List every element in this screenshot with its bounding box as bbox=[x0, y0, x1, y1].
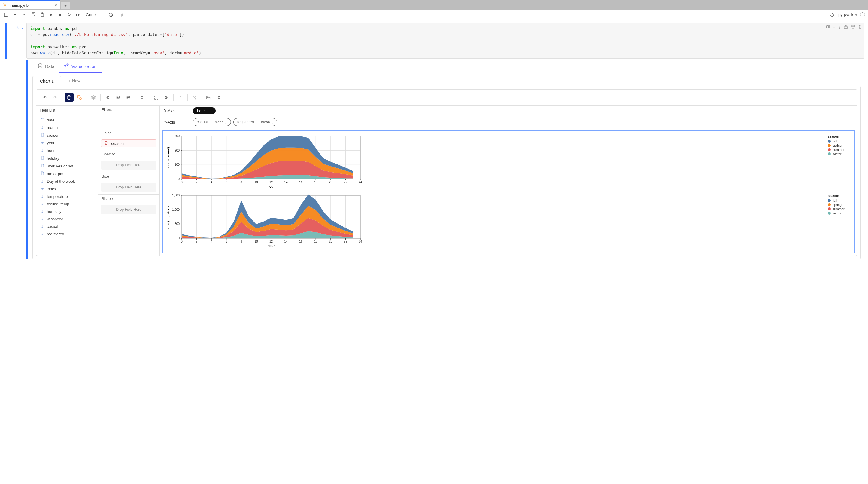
field-item-holiday[interactable]: holiday bbox=[36, 154, 98, 162]
transpose-icon[interactable]: ⟲ bbox=[103, 93, 112, 102]
move-up-icon[interactable]: ↑ bbox=[833, 24, 835, 30]
svg-text:14: 14 bbox=[284, 181, 288, 184]
hash-icon: # bbox=[40, 225, 44, 229]
axis-resize-icon[interactable] bbox=[137, 93, 147, 102]
legend-item-summer[interactable]: summer bbox=[828, 207, 852, 211]
svg-text:18: 18 bbox=[314, 181, 318, 184]
new-tab-button[interactable]: + bbox=[61, 1, 70, 9]
field-item-index[interactable]: #index bbox=[36, 185, 98, 193]
svg-text:22: 22 bbox=[344, 181, 347, 184]
svg-rect-2 bbox=[32, 13, 34, 16]
legend-item-fall[interactable]: fall bbox=[828, 140, 852, 143]
svg-text:0: 0 bbox=[178, 177, 180, 181]
shelf-color[interactable]: Color season bbox=[98, 129, 159, 150]
svg-rect-15 bbox=[207, 96, 211, 99]
shelf-shape[interactable]: Shape Drop Field Here bbox=[98, 195, 159, 217]
field-item-month[interactable]: #month bbox=[36, 124, 98, 132]
tab-data[interactable]: Data bbox=[33, 60, 59, 73]
aggregate-icon[interactable] bbox=[65, 93, 73, 102]
y-axis-shelf[interactable]: Y-Axis casual mean⌃⌄ registered mean⌃⌄ bbox=[160, 116, 857, 128]
tab-chart1[interactable]: Chart 1 bbox=[32, 76, 61, 86]
insert-above-icon[interactable] bbox=[844, 24, 848, 30]
legend-item-spring[interactable]: spring bbox=[828, 144, 852, 147]
field-item-humidity[interactable]: #humidity bbox=[36, 208, 98, 215]
save-icon[interactable] bbox=[3, 12, 9, 18]
undo-icon[interactable]: ↶ bbox=[40, 93, 49, 102]
field-item-registered[interactable]: #registered bbox=[36, 230, 98, 238]
hash-icon: # bbox=[40, 195, 44, 199]
field-item-hour[interactable]: #hour bbox=[36, 147, 98, 154]
stop-icon[interactable]: ■ bbox=[57, 12, 63, 18]
close-icon[interactable]: × bbox=[55, 3, 57, 7]
copy-icon[interactable] bbox=[30, 12, 36, 18]
fast-forward-icon[interactable]: ▸▸ bbox=[75, 12, 81, 18]
trash-icon[interactable] bbox=[104, 141, 108, 146]
shelf-size[interactable]: Size Drop Field Here bbox=[98, 172, 159, 195]
legend-item-spring[interactable]: spring bbox=[828, 203, 852, 206]
coord-icon[interactable] bbox=[176, 93, 185, 102]
shelf-filters[interactable]: Filters bbox=[98, 106, 159, 129]
field-item-date[interactable]: date bbox=[36, 116, 98, 124]
calendar-icon bbox=[40, 118, 44, 122]
chart-casual: 0246810121416182022240100200300hourmean(… bbox=[165, 135, 852, 190]
tab-visualization[interactable]: Visualization bbox=[59, 60, 101, 73]
cut-icon[interactable]: ✂ bbox=[21, 12, 27, 18]
svg-rect-8 bbox=[844, 27, 847, 28]
y-field-pill-casual[interactable]: casual mean⌃⌄ bbox=[193, 118, 231, 126]
document-icon bbox=[40, 156, 44, 161]
cell-output: Data Visualization Chart 1 + New ↶ ↷ bbox=[26, 60, 864, 259]
field-item-casual[interactable]: #casual bbox=[36, 223, 98, 230]
insert-below-icon[interactable] bbox=[851, 24, 855, 30]
file-tab-main[interactable]: ▦ main.ipynb × bbox=[0, 0, 60, 9]
add-cell-icon[interactable]: + bbox=[12, 12, 18, 18]
svg-text:12: 12 bbox=[270, 240, 273, 243]
chart-canvas[interactable]: 0246810121416182022240100200300hourmean(… bbox=[162, 131, 855, 253]
svg-text:24: 24 bbox=[359, 181, 362, 184]
field-item-winspeed[interactable]: #winspeed bbox=[36, 215, 98, 223]
export-image-icon[interactable] bbox=[204, 93, 213, 102]
svg-text:100: 100 bbox=[175, 163, 180, 167]
legend-item-fall[interactable]: fall bbox=[828, 199, 852, 202]
code-input[interactable]: ↑ ↓ import pandas as pd df = pd.read_csv… bbox=[26, 23, 864, 59]
code-cell[interactable]: [3]: ↑ ↓ import pandas as pd df = pd.rea… bbox=[5, 23, 864, 59]
redo-icon[interactable]: ↷ bbox=[51, 93, 59, 102]
bug-icon[interactable] bbox=[829, 12, 835, 18]
kernel-indicator-icon[interactable] bbox=[860, 12, 865, 17]
cell-type-select[interactable]: Code⌄ bbox=[84, 12, 105, 17]
field-item-temperature[interactable]: #temperature bbox=[36, 193, 98, 200]
x-field-pill[interactable]: hour bbox=[193, 107, 216, 114]
git-button[interactable]: git bbox=[119, 12, 124, 17]
paste-icon[interactable] bbox=[39, 12, 45, 18]
legend-item-winter[interactable]: winter bbox=[828, 211, 852, 215]
move-down-icon[interactable]: ↓ bbox=[838, 24, 841, 30]
svg-text:20: 20 bbox=[329, 240, 333, 243]
shelf-opacity[interactable]: Opacity Drop Field Here bbox=[98, 150, 159, 172]
sort-desc-icon[interactable] bbox=[123, 93, 132, 102]
mark-type-icon[interactable] bbox=[75, 93, 84, 102]
kernel-name[interactable]: pygwalker bbox=[838, 12, 857, 17]
field-item-season[interactable]: season bbox=[36, 132, 98, 139]
field-item-Day-of-the-week[interactable]: #Day of the week bbox=[36, 178, 98, 185]
debug-icon[interactable] bbox=[190, 93, 199, 102]
run-icon[interactable]: ▶ bbox=[48, 12, 54, 18]
color-field-pill[interactable]: season bbox=[101, 140, 156, 147]
delete-icon[interactable] bbox=[858, 24, 862, 30]
field-item-am-or-pm[interactable]: am or pm bbox=[36, 170, 98, 178]
field-item-feeling_temp[interactable]: #feeling_temp bbox=[36, 200, 98, 208]
legend-item-winter[interactable]: winter bbox=[828, 152, 852, 156]
x-axis-shelf[interactable]: X-Axis hour bbox=[160, 106, 857, 116]
y-field-pill-registered[interactable]: registered mean⌃⌄ bbox=[234, 118, 277, 126]
restart-icon[interactable]: ↻ bbox=[66, 12, 72, 18]
size-settings-icon[interactable]: ⚙ bbox=[162, 93, 171, 102]
export-settings-icon[interactable]: ⚙ bbox=[214, 93, 223, 102]
field-item-work-yes-or-not[interactable]: work yes or not bbox=[36, 162, 98, 170]
legend-item-summer[interactable]: summer bbox=[828, 148, 852, 151]
sort-asc-icon[interactable] bbox=[113, 93, 122, 102]
clock-icon[interactable] bbox=[108, 12, 114, 18]
duplicate-icon[interactable] bbox=[826, 24, 830, 30]
field-item-year[interactable]: #year bbox=[36, 139, 98, 147]
tab-new-chart[interactable]: + New bbox=[61, 76, 88, 86]
stack-icon[interactable] bbox=[89, 93, 98, 102]
size-mode-icon[interactable] bbox=[152, 93, 161, 102]
svg-text:mean(registered): mean(registered) bbox=[166, 203, 170, 231]
